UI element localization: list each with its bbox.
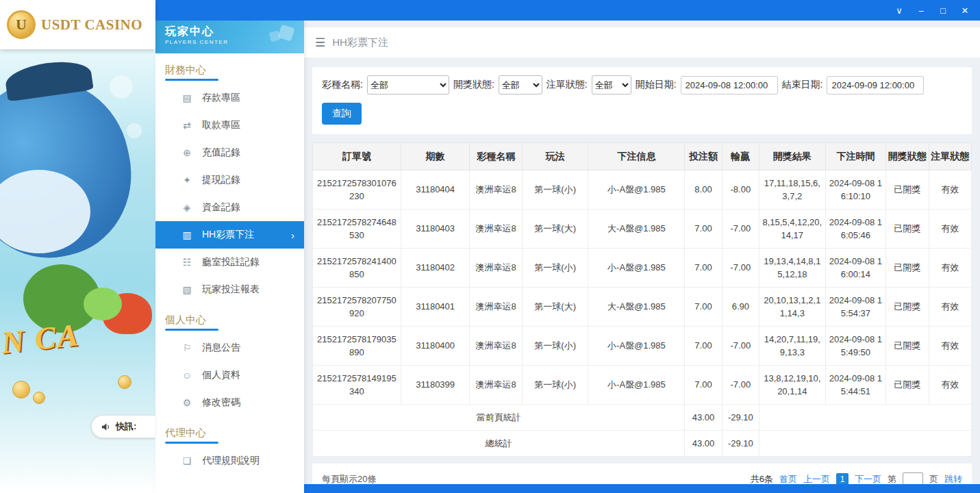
table-row: 215217257824140085031180402澳洲幸运8第一球(小)小-… [313,249,972,288]
cell-bet_info: 大-A盤@1.985 [588,210,685,249]
sidebar-item-deposit-area[interactable]: ▤存款專區 [155,84,304,112]
cell-lottery: 澳洲幸运8 [470,327,522,366]
sidebar-item-withdrawal-records[interactable]: ✦提現記錄 [155,166,304,194]
cell-play: 第一球(大) [522,210,588,249]
section-title: 代理中心 [165,427,304,440]
ticker-label: 快訊: [116,420,136,433]
bet-status-select[interactable]: 全部 [592,75,631,94]
summary-row: 當前頁統計43.00-29.10 [313,405,972,431]
cell-bet_status: 有效 [929,249,971,288]
column-header: 下注時間 [825,143,886,170]
brand-logo: U USDT CASINO [0,0,155,49]
cell-period: 31180402 [401,249,470,288]
sidebar-item-recharge-records[interactable]: ⊕充值記錄 [155,139,304,166]
close-icon[interactable]: ✕ [954,0,976,21]
cell-draw_status: 已開獎 [886,327,929,366]
summary-row: 總統計43.00-29.10 [313,431,972,457]
withdraw-area-icon: ⇄ [181,120,192,131]
sidebar-item-label: 消息公告 [202,342,240,354]
chevron-right-icon: › [291,229,294,241]
minimize-icon[interactable]: – [910,0,932,21]
column-header: 注單狀態 [929,143,971,170]
end-date-input[interactable] [827,76,924,94]
sidebar-item-label: 充值記錄 [202,147,240,159]
summary-filler [759,405,972,431]
cell-bet_time: 2024-09-08 15:49:50 [825,327,886,366]
column-header: 下注信息 [588,143,685,170]
gold-coin [33,392,45,404]
news-ticker-button[interactable]: 快訊: [91,415,155,438]
cell-period: 31180400 [401,327,470,366]
sidebar-item-profile[interactable]: ☺個人資料 [155,362,304,389]
draw-status-select[interactable]: 全部 [499,75,542,94]
speaker-icon [101,422,111,432]
table-body: 215217257830107623031180404澳洲幸运8第一球(小)小-… [313,170,972,457]
cell-win_loss: 6.90 [722,288,759,327]
cell-play: 第一球(小) [522,249,588,288]
start-date-input[interactable] [681,76,778,94]
sidebar: 玩家中心 PLAYERS CENTER 財務中心▤存款專區⇄取款專區⊕充值記錄✦… [155,21,304,493]
cell-play: 第一球(小) [522,366,588,405]
cell-draw_status: 已開獎 [886,249,929,288]
withdrawal-records-icon: ✦ [181,175,192,186]
turtle-head [84,288,122,320]
cell-lottery: 澳洲幸运8 [470,170,522,210]
cell-bet_status: 有效 [929,288,971,327]
gold-coin [118,375,131,389]
cell-result: 19,13,4,14,8,15,12,18 [759,249,826,288]
sidebar-item-announcements[interactable]: ⚐消息公告 [155,334,304,362]
room-bet-records-icon: ☷ [181,257,192,268]
announcements-icon: ⚐ [181,342,192,353]
maximize-icon[interactable]: □ [932,0,954,21]
table-row: 215217257820775092031180401澳洲幸运8第一球(大)大-… [313,288,972,327]
sidebar-item-label: 廳室投註記錄 [202,256,260,268]
sidebar-item-change-password[interactable]: ⚙修改密碼 [155,389,304,416]
collapse-icon[interactable]: ∨ [888,0,910,21]
lottery-name-label: 彩種名稱: [322,79,363,91]
cell-bet_info: 小-A盤@1.985 [588,327,685,366]
bubble-shape [127,123,142,138]
cell-amount: 7.00 [685,288,722,327]
cell-result: 13,8,12,19,10,20,1,14 [759,366,826,405]
cell-amount: 7.00 [685,210,722,249]
sidebar-item-withdraw-area[interactable]: ⇄取款專區 [155,112,304,139]
cell-order_id: 2152172578301076230 [313,170,401,210]
section-underline [165,442,218,444]
summary-label: 總統計 [313,431,685,457]
page-title: HH彩票下注 [332,36,388,49]
cell-bet_status: 有效 [929,170,971,210]
draw-status-label: 開獎狀態: [453,79,494,91]
recharge-records-icon: ⊕ [181,147,192,158]
cell-bet_time: 2024-09-08 15:54:37 [825,288,886,327]
query-button[interactable]: 查詢 [322,103,362,125]
start-date-label: 開始日期: [636,79,677,91]
filter-panel: 彩種名稱: 全部 開獎狀態: 全部 注單狀態: 全部 開始日期: 結束日期: [312,67,972,134]
sidebar-item-hh-lottery-bets[interactable]: ▥HH彩票下注› [155,221,304,249]
sidebar-item-agent-rules[interactable]: ❏代理規則說明 [155,447,304,475]
summary-amount: 43.00 [685,405,722,431]
cell-period: 31180399 [401,366,470,405]
sidebar-item-player-bet-report[interactable]: ▧玩家投注報表 [155,276,304,303]
cell-bet_time: 2024-09-08 16:00:14 [825,249,886,288]
end-date-label: 結束日期: [782,79,823,91]
cell-draw_status: 已開獎 [886,288,929,327]
section-underline [165,79,218,81]
cell-win_loss: -7.00 [722,366,759,405]
menu-icon[interactable]: ☰ [315,36,325,50]
sidebar-item-room-bet-records[interactable]: ☷廳室投註記錄 [155,249,304,276]
cell-amount: 7.00 [685,366,722,405]
window-titlebar: ∨ – □ ✕ [155,0,980,21]
table-row: 215217257830107623031180404澳洲幸运8第一球(小)小-… [313,170,972,210]
cell-result: 20,10,13,1,2,11,14,3 [759,288,826,327]
cell-draw_status: 已開獎 [886,210,929,249]
cell-draw_status: 已開獎 [886,170,929,210]
sidebar-item-funds-records[interactable]: ◈資金記錄 [155,194,304,221]
lottery-name-select[interactable]: 全部 [367,75,449,94]
cell-bet_info: 小-A盤@1.985 [588,170,685,210]
sidebar-item-label: 取款專區 [202,119,240,131]
cell-lottery: 澳洲幸运8 [470,366,522,405]
main-area: ☰ HH彩票下注 彩種名稱: 全部 開獎狀態: 全部 注單狀態: 全部 [304,21,980,493]
sidebar-item-label: 玩家投注報表 [202,283,260,296]
cell-lottery: 澳洲幸运8 [470,288,522,327]
table-row: 215217257827464853031180403澳洲幸运8第一球(大)大-… [313,210,972,249]
